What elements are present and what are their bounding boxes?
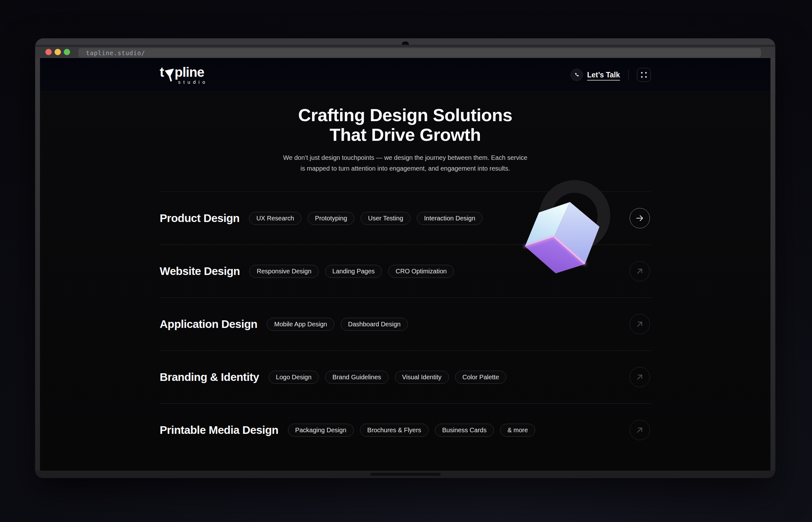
site-header: t pline studio (40, 58, 770, 92)
camera-notch (402, 42, 409, 45)
service-tags: UX ResearchPrototypingUser TestingIntera… (249, 212, 482, 225)
service-tag-pill[interactable]: Brochures & Flyers (360, 424, 429, 437)
arrow-right-icon (635, 214, 644, 223)
service-tag-pill[interactable]: Brand Guidelines (325, 371, 388, 384)
service-tag-pill[interactable]: Visual Identity (395, 371, 449, 384)
zoom-button[interactable] (64, 49, 70, 55)
service-tag-pill[interactable]: Responsive Design (249, 265, 318, 278)
service-arrow-button[interactable] (630, 208, 650, 228)
service-title: Application Design (160, 318, 258, 330)
service-title: Printable Media Design (160, 424, 278, 436)
close-button[interactable] (45, 49, 52, 55)
service-tag-pill[interactable]: Dashboard Design (341, 318, 408, 331)
service-tags: Mobile App DesignDashboard Design (267, 318, 408, 331)
tapline-logo[interactable]: t pline studio (160, 66, 208, 84)
arrow-right-icon (633, 318, 646, 330)
cursor-glyph-icon (165, 69, 174, 81)
service-tag-pill[interactable]: Landing Pages (325, 265, 382, 278)
service-tag-pill[interactable]: User Testing (361, 212, 411, 225)
phone-icon (571, 69, 583, 81)
page-title: Crafting Design Solutions That Drive Gro… (40, 105, 770, 145)
logo-letters-pline: pline (175, 66, 204, 79)
address-bar[interactable]: tapline.studio/ (78, 48, 761, 57)
arrow-right-icon (633, 265, 646, 278)
services-list: Product Design UX ResearchPrototypingUse… (160, 192, 651, 456)
menu-grid-button[interactable] (637, 68, 651, 82)
window-bottom-bezel (35, 470, 775, 478)
hero-subtitle: We don’t just design touchpoints — we de… (40, 152, 770, 174)
service-tag-pill[interactable]: Logo Design (269, 371, 319, 384)
service-row[interactable]: Printable Media Design Packaging DesignB… (160, 403, 651, 456)
service-title: Product Design (160, 212, 240, 224)
hero-subtitle-line1: We don’t just design touchpoints — we de… (40, 152, 770, 163)
service-tags: Logo DesignBrand GuidelinesVisual Identi… (269, 371, 507, 384)
service-tag-pill[interactable]: Prototyping (308, 212, 354, 225)
horizontal-scrollbar-thumb[interactable] (370, 473, 440, 476)
page-title-line2: That Drive Growth (40, 125, 770, 145)
page-title-line1: Crafting Design Solutions (40, 105, 770, 125)
header-actions: Let’s Talk (571, 68, 651, 82)
service-row[interactable]: Website Design Responsive DesignLanding … (160, 244, 651, 298)
service-tag-pill[interactable]: Packaging Design (288, 424, 354, 437)
service-tag-pill[interactable]: Mobile App Design (267, 318, 334, 331)
service-tags: Packaging DesignBrochures & FlyersBusine… (288, 424, 535, 437)
site-viewport: t pline studio (40, 58, 770, 470)
service-tag-pill[interactable]: Business Cards (435, 424, 494, 437)
service-title: Website Design (160, 265, 240, 278)
service-arrow-button[interactable] (630, 420, 650, 440)
arrow-right-icon (633, 424, 646, 436)
service-row[interactable]: Product Design UX ResearchPrototypingUse… (160, 192, 651, 244)
browser-titlebar: tapline.studio/ (35, 38, 775, 58)
logo-letter-t: t (160, 66, 164, 79)
url-text: tapline.studio/ (86, 49, 145, 57)
grid-dots-icon (641, 72, 647, 78)
service-tags: Responsive DesignLanding PagesCRO Optimi… (249, 265, 454, 278)
service-arrow-button[interactable] (630, 367, 650, 387)
bezel-seam (35, 45, 775, 47)
service-arrow-button[interactable] (630, 314, 650, 334)
window-controls (45, 49, 70, 55)
lets-talk-link[interactable]: Let’s Talk (571, 69, 620, 81)
service-row[interactable]: Branding & Identity Logo DesignBrand Gui… (160, 350, 651, 403)
service-arrow-button[interactable] (630, 261, 650, 281)
arrow-right-icon (633, 371, 646, 383)
browser-window: tapline.studio/ t pline studio (35, 38, 775, 478)
service-row[interactable]: Application Design Mobile App DesignDash… (160, 298, 651, 350)
service-title: Branding & Identity (160, 371, 259, 383)
service-tag-pill[interactable]: Color Palette (455, 371, 507, 384)
service-tag-pill[interactable]: Interaction Design (417, 212, 482, 225)
lets-talk-label: Let’s Talk (587, 71, 620, 79)
header-divider (628, 70, 629, 80)
hero-section: Crafting Design Solutions That Drive Gro… (40, 92, 770, 174)
hero-subtitle-line2: is mapped to turn attention into engagem… (40, 163, 770, 174)
minimize-button[interactable] (55, 49, 61, 55)
logo-wordmark: t pline (160, 66, 208, 79)
service-tag-pill[interactable]: UX Research (249, 212, 301, 225)
service-tag-pill[interactable]: & more (500, 424, 535, 437)
service-tag-pill[interactable]: CRO Optimization (388, 265, 454, 278)
